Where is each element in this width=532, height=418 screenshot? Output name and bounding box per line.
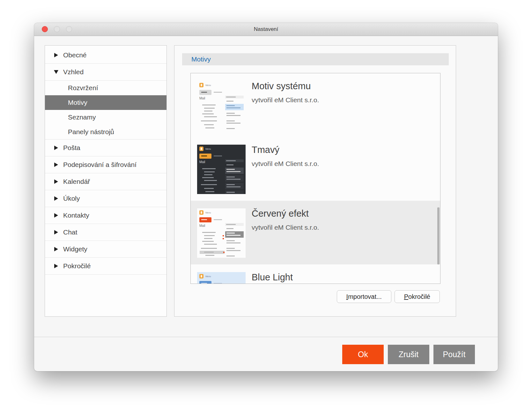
triangle-glyph	[54, 196, 58, 201]
sidebar-item-label: Chat	[63, 228, 77, 236]
sidebar-item-panely-nastroju[interactable]: Panely nástrojů	[45, 125, 166, 140]
close-button[interactable]	[42, 26, 48, 32]
theme-name: Tmavý	[252, 145, 279, 155]
sidebar-item-label: Úkoly	[63, 195, 80, 202]
themes-panel: Motivy MenuMailMotiv systémuvytvořil eM …	[174, 45, 456, 317]
sidebar-item-label: Panely nástrojů	[68, 128, 114, 136]
triangle-glyph	[54, 70, 58, 74]
advanced-button[interactable]: Pokročilé	[395, 290, 440, 303]
sidebar-item-posta[interactable]: Pošta	[45, 140, 166, 156]
theme-thumbnail-blue: MenuMail	[197, 272, 246, 284]
theme-item-blue-light[interactable]: MenuMailBlue Light	[191, 264, 440, 284]
triangle-glyph	[54, 162, 58, 167]
theme-item-tmavy[interactable]: MenuMailTmavývytvořil eM Client s.r.o.	[191, 137, 440, 201]
sidebar-item-vzhled[interactable]: Vzhled	[45, 64, 166, 81]
sidebar-item-label: Pošta	[63, 144, 80, 152]
scrollbar-thumb[interactable]	[437, 207, 440, 264]
sidebar-item-label: Kalendář	[63, 178, 90, 185]
sidebar-item-label: Kontakty	[63, 212, 89, 219]
chevron-down-icon[interactable]	[54, 70, 58, 74]
sidebar-item-label: Widgety	[63, 245, 87, 253]
apply-button[interactable]: Použít	[433, 345, 475, 364]
ok-button[interactable]: Ok	[342, 345, 384, 364]
theme-item-motiv-systemu[interactable]: MenuMailMotiv systémuvytvořil eM Client …	[191, 73, 440, 137]
theme-item-cerveny-efekt[interactable]: MenuMailČervený efektvytvořil eM Client …	[191, 201, 440, 264]
sidebar-item-pokrocile[interactable]: Pokročilé	[45, 258, 166, 275]
theme-thumbnail-light: MenuMail	[197, 81, 246, 130]
sidebar-item-podepisovani-a-sifrovani[interactable]: Podepisování a šifrování	[45, 156, 166, 173]
titlebar[interactable]: Nastavení	[34, 23, 498, 36]
triangle-glyph	[54, 53, 58, 57]
window-title: Nastavení	[34, 23, 498, 36]
triangle-glyph	[54, 230, 58, 234]
sidebar-item-label: Motivy	[68, 99, 87, 106]
chevron-right-icon[interactable]	[54, 213, 58, 218]
footer-divider	[34, 337, 498, 337]
sidebar-item-rozvrzeni[interactable]: Rozvržení	[45, 81, 166, 95]
theme-thumbnail-red: MenuMail	[197, 208, 246, 258]
theme-author: vytvořil eM Client s.r.o.	[252, 224, 319, 231]
chevron-right-icon[interactable]	[54, 247, 58, 251]
theme-name: Motiv systému	[252, 81, 311, 91]
triangle-glyph	[54, 146, 58, 150]
dialog-buttons: Ok Zrušit Použít	[342, 345, 475, 364]
chevron-right-icon[interactable]	[54, 146, 58, 150]
theme-author: vytvořil eM Client s.r.o.	[252, 160, 319, 168]
triangle-glyph	[54, 213, 58, 218]
sidebar-item-seznamy[interactable]: Seznamy	[45, 110, 166, 125]
sidebar-item-ukoly[interactable]: Úkoly	[45, 190, 166, 207]
minimize-button[interactable]	[54, 26, 60, 32]
theme-thumbnail-dark: MenuMail	[197, 145, 246, 194]
theme-name: Blue Light	[252, 272, 293, 283]
desktop: { "window": { "title": "Nastavení" }, "s…	[0, 0, 532, 418]
chevron-right-icon[interactable]	[54, 230, 58, 234]
import-button[interactable]: Importovat...	[337, 290, 391, 303]
settings-sidebar: ObecnéVzhledRozvrženíMotivySeznamyPanely…	[45, 45, 167, 317]
sidebar-item-label: Rozvržení	[68, 84, 98, 92]
theme-actions: Importovat... Pokročilé	[337, 290, 440, 303]
sidebar-item-chat[interactable]: Chat	[45, 224, 166, 241]
sidebar-item-kontakty[interactable]: Kontakty	[45, 207, 166, 224]
cancel-button[interactable]: Zrušit	[388, 345, 429, 364]
sidebar-item-label: Seznamy	[68, 113, 96, 121]
sidebar-item-label: Vzhled	[63, 68, 84, 76]
sidebar-item-motivy[interactable]: Motivy	[45, 95, 166, 110]
chevron-right-icon[interactable]	[54, 196, 58, 201]
chevron-right-icon[interactable]	[54, 264, 58, 268]
sidebar-item-label: Pokročilé	[63, 262, 91, 270]
chevron-right-icon[interactable]	[54, 162, 58, 167]
chevron-right-icon[interactable]	[54, 179, 58, 184]
sidebar-item-label: Obecné	[63, 51, 87, 59]
theme-name: Červený efekt	[252, 208, 309, 219]
settings-window: Nastavení ObecnéVzhledRozvrženíMotivySez…	[34, 23, 498, 371]
sidebar-item-widgety[interactable]: Widgety	[45, 241, 166, 258]
sidebar-item-obecne[interactable]: Obecné	[45, 47, 166, 64]
triangle-glyph	[54, 179, 58, 184]
chevron-right-icon[interactable]	[54, 53, 58, 57]
traffic-lights	[42, 26, 72, 32]
sidebar-item-label: Podepisování a šifrování	[63, 161, 137, 169]
triangle-glyph	[54, 264, 58, 268]
triangle-glyph	[54, 247, 58, 251]
zoom-button[interactable]	[66, 26, 72, 32]
theme-author: vytvořil eM Client s.r.o.	[252, 96, 319, 104]
panel-title: Motivy	[182, 53, 449, 65]
sidebar-item-kalendar[interactable]: Kalendář	[45, 173, 166, 190]
theme-list: MenuMailMotiv systémuvytvořil eM Client …	[190, 73, 440, 284]
